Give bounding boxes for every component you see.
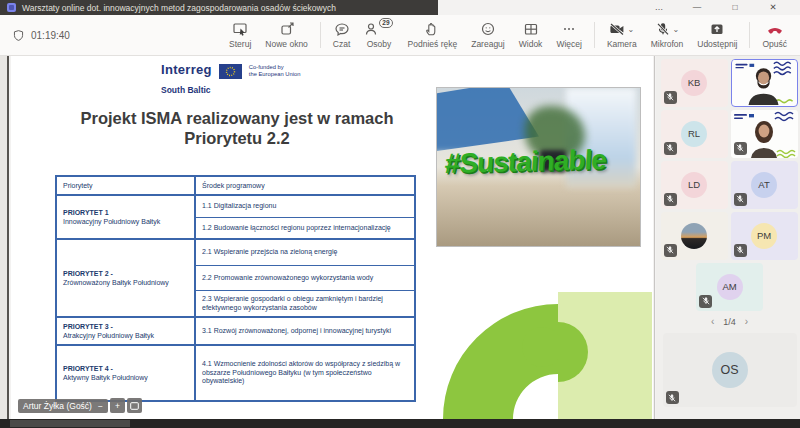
toolbar-divider — [749, 22, 750, 48]
mic-muted-icon — [666, 391, 679, 404]
participant-tile-photo[interactable] — [661, 212, 728, 260]
tiles-pagination: ‹ 1/4 › — [659, 314, 800, 329]
chat-bubble-icon — [334, 21, 350, 37]
teams-logo-icon — [7, 3, 16, 12]
toolbar-divider — [594, 22, 595, 48]
people-count-badge: 29 — [379, 18, 392, 28]
camera-off-icon — [609, 21, 625, 37]
slide-title: Projekt ISMA realizowany jest w ramach P… — [33, 108, 441, 148]
eu-flag-icon — [219, 64, 242, 79]
mic-muted-icon — [734, 244, 747, 257]
more-button[interactable]: Więcej — [549, 21, 589, 49]
south-baltic-label: South Baltic — [161, 85, 212, 95]
cofunded-label: Co-funded by the European Union — [249, 64, 301, 78]
teams-meeting-window: Warsztaty online dot. innowacyjnych meto… — [0, 0, 800, 428]
photo-avatar — [681, 223, 707, 249]
control-screen-icon — [232, 21, 248, 37]
video-tile-speaker[interactable] — [731, 59, 798, 107]
control-button[interactable]: Steruj — [222, 21, 258, 49]
participant-tile-ld[interactable]: LD — [661, 161, 728, 209]
window-maximize-button[interactable]: □ — [716, 0, 754, 15]
avatar: AT — [751, 172, 777, 198]
meeting-title: Warsztaty online dot. innowacyjnych meto… — [22, 3, 336, 13]
table-header-row: Priorytety Środek programowy — [57, 177, 414, 196]
horizontal-scrollbar[interactable] — [0, 419, 800, 428]
pagination-prev-button[interactable]: ‹ — [711, 316, 714, 327]
shared-slide: Interreg South Baltic Co-funded by the E… — [11, 56, 653, 419]
meeting-timer: 01:19:40 — [12, 29, 70, 42]
pagination-next-button[interactable]: › — [745, 316, 748, 327]
pop-out-icon — [279, 21, 295, 37]
participant-tile-kb[interactable]: KB — [661, 59, 728, 107]
photo-blue-shape — [436, 87, 539, 152]
timer-value: 01:19:40 — [31, 30, 70, 41]
raised-hand-icon — [424, 21, 440, 37]
zoom-out-button[interactable]: − — [98, 401, 103, 411]
presenter-name: Artur Żyłka (Gość) — [23, 401, 92, 411]
participant-tile-am[interactable]: AM — [696, 263, 763, 311]
react-button[interactable]: Zareaguj — [464, 21, 512, 49]
table-header-srodek: Środek programowy — [196, 177, 414, 194]
chat-button[interactable]: Czat — [326, 21, 357, 49]
meeting-toolbar: 01:19:40 Steruj Nowe okno Czat 29 Osoby — [0, 15, 800, 56]
sustainable-photo: #Sustainable — [436, 87, 641, 247]
avatar: RL — [681, 121, 707, 147]
share-button[interactable]: Udostępnij — [690, 21, 744, 49]
mic-muted-icon — [664, 91, 677, 104]
participants-panel: KB — [656, 56, 800, 419]
avatar: LD — [681, 172, 707, 198]
mic-muted-icon — [664, 244, 677, 257]
people-button[interactable]: 29 Osoby — [357, 21, 400, 49]
scrollbar-thumb[interactable] — [10, 420, 130, 427]
participant-tile-pm[interactable]: PM — [731, 212, 798, 260]
table-row: PRIORYTET 2 - Zrównoważony Bałtyk Połudn… — [57, 240, 414, 318]
table-row: PRIORYTET 3 - Atrakcyjny Południowy Bałt… — [57, 318, 414, 346]
sustainable-sign: #Sustainable — [444, 144, 607, 180]
presenter-overlay: Artur Żyłka (Gość) − + — [18, 398, 142, 413]
mic-options-chevron[interactable]: ⌄ — [673, 25, 680, 34]
new-window-button[interactable]: Nowe okno — [258, 21, 315, 49]
fit-screen-icon — [130, 402, 139, 410]
table-row: PRIORYTET 4 - Aktywny Bałtyk Południowy … — [57, 346, 414, 400]
interreg-wordmark: Interreg — [161, 63, 212, 77]
window-close-button[interactable]: ✕ — [754, 0, 792, 15]
ellipsis-icon — [561, 21, 577, 37]
toolbar-divider — [320, 22, 321, 48]
table-header-priorytety: Priorytety — [57, 177, 196, 194]
interreg-logo: Interreg South Baltic Co-funded by the E… — [161, 63, 300, 95]
mic-off-icon — [655, 21, 671, 37]
avatar: KB — [681, 70, 707, 96]
raise-hand-button[interactable]: Podnieś rękę — [401, 21, 465, 49]
camera-button[interactable]: ⌄ Kamera — [600, 21, 644, 49]
video-tile-participant[interactable] — [731, 110, 798, 158]
hang-up-icon — [766, 21, 784, 37]
panel-separator — [654, 56, 655, 419]
participant-tile-os[interactable]: OS — [663, 333, 797, 407]
camera-options-chevron[interactable]: ⌄ — [627, 25, 634, 34]
title-bar: Warsztaty online dot. innowacyjnych meto… — [0, 0, 800, 15]
south-baltic-graphic — [420, 292, 653, 419]
window-more-button[interactable]: … — [640, 0, 678, 15]
fit-to-screen-button[interactable] — [127, 398, 142, 413]
share-area-gutter — [0, 56, 9, 419]
mic-muted-icon — [664, 193, 677, 206]
speaker-video-feed — [732, 60, 796, 105]
pagination-label: 1/4 — [723, 317, 736, 327]
shield-icon — [12, 29, 25, 42]
presenter-name-pill: Artur Żyłka (Gość) − — [18, 399, 108, 413]
participant-tile-rl[interactable]: RL — [661, 110, 728, 158]
zoom-in-button[interactable]: + — [110, 398, 125, 413]
avatar: OS — [712, 352, 748, 388]
people-icon — [364, 21, 380, 37]
microphone-button[interactable]: ⌄ Mikrofon — [644, 21, 691, 49]
mic-muted-icon — [734, 142, 747, 155]
priorities-table: Priorytety Środek programowy PRIORYTET 1… — [55, 175, 416, 402]
view-button[interactable]: Widok — [512, 21, 550, 49]
smiley-icon — [480, 21, 496, 37]
participant-tile-at[interactable]: AT — [731, 161, 798, 209]
avatar: PM — [751, 223, 777, 249]
leave-button[interactable]: Opuść — [755, 21, 794, 49]
mic-muted-icon — [664, 142, 677, 155]
mic-muted-icon — [699, 295, 712, 308]
window-minimize-button[interactable]: — — [678, 0, 716, 15]
